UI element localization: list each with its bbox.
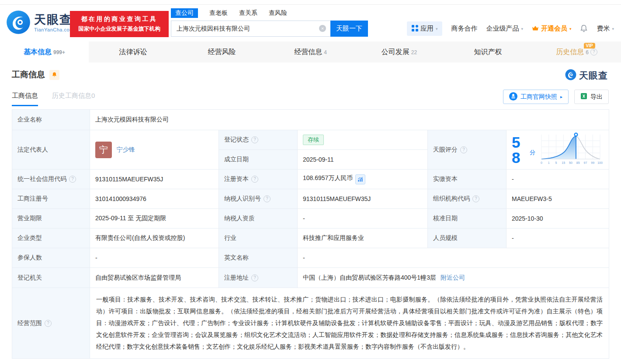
crown-icon bbox=[532, 25, 539, 32]
staff-value: - bbox=[507, 229, 609, 248]
export-button[interactable]: 导出 bbox=[574, 90, 609, 104]
capital-trend-icon[interactable] bbox=[355, 174, 365, 184]
address-label-cell: 注册地址 ? bbox=[219, 268, 298, 288]
reg-no-value: 310141000934976 bbox=[90, 189, 219, 209]
staff-label: 人员规模 bbox=[428, 229, 507, 248]
status-badge: 存续 bbox=[303, 135, 324, 145]
table-row: 工商注册号 310141000934976 纳税人识别号 ? 91310115M… bbox=[12, 189, 609, 209]
subscribe-bell-icon[interactable] bbox=[49, 70, 59, 80]
svg-text:0: 0 bbox=[541, 161, 542, 164]
notification-bell-icon[interactable] bbox=[580, 24, 588, 33]
search-type-tabs: 查公司 查老板 查关系 查风险 bbox=[171, 8, 368, 18]
term-value: 2025-09-11 至 无固定期限 bbox=[90, 209, 219, 229]
legal-rep-cell: 宁 宁少锋 bbox=[90, 130, 219, 170]
table-row: 企业类型 有限责任公司(自然人投资或控股) 行业 科技推广和应用服务业 人员规模… bbox=[12, 229, 609, 248]
tab-intellectual-property[interactable]: 知识产权 bbox=[444, 42, 532, 62]
score-distribution-chart: 0 1 5 15 50 85 97 99 100 bbox=[538, 131, 604, 168]
help-icon[interactable]: ? bbox=[45, 320, 52, 327]
help-icon[interactable]: ? bbox=[69, 176, 76, 183]
tianyancha-watermark: 天眼查 bbox=[565, 69, 608, 82]
nav-enterprise-products[interactable]: 企业级产品 ▾ bbox=[486, 24, 523, 33]
nav-apps[interactable]: 应用 ▾ bbox=[407, 21, 443, 36]
section-title: 工商信息 bbox=[12, 69, 45, 80]
scope-label-cell: 经营范围 ? bbox=[12, 288, 90, 359]
app-grid-icon bbox=[412, 25, 418, 33]
table-row: 登记机关 自由贸易试验区市场监督管理局 注册地址 ? 中国（上海）自由贸易试验区… bbox=[12, 268, 609, 288]
org-code-value: MAEUEFW3-5 bbox=[507, 189, 609, 209]
company-tab-bar: 基本信息 999+ 法律诉讼 经营风险 经营信息 4 公司发展 22 知识产权 … bbox=[0, 42, 621, 62]
tab-basic-info[interactable]: 基本信息 999+ bbox=[0, 42, 89, 62]
authority-label: 登记机关 bbox=[12, 268, 90, 288]
table-row: 统一社会信用代码 ? 91310115MAEUEFW35J 注册资本 ? 108… bbox=[12, 170, 609, 189]
search-tab-relation[interactable]: 查关系 bbox=[239, 9, 257, 17]
chevron-down-icon: ▾ bbox=[436, 27, 438, 31]
search-tab-company[interactable]: 查公司 bbox=[171, 8, 198, 18]
industry-value: 科技推广和应用服务业 bbox=[298, 229, 428, 248]
subtab-business-info[interactable]: 工商信息 bbox=[12, 92, 38, 106]
address-cell: 中国（上海）自由贸易试验区芳春路400号1幢3层附近公司 bbox=[298, 268, 609, 288]
insured-value: - bbox=[90, 248, 219, 268]
nav-user[interactable]: 费米 ▾ bbox=[597, 24, 614, 33]
tab-history-info[interactable]: VIP 历史信息 6 ? bbox=[532, 42, 621, 62]
tianyancha-company-page: 天眼查 TianYanCha.com 都在用的商业查询工具 国家中小企业发展子基… bbox=[0, 0, 621, 364]
help-icon[interactable]: ? bbox=[264, 195, 271, 202]
tianyancha-swirl-icon bbox=[565, 69, 576, 82]
help-icon[interactable]: ? bbox=[251, 136, 258, 143]
help-icon[interactable]: ? bbox=[251, 176, 258, 183]
type-label: 企业类型 bbox=[12, 229, 90, 248]
search-tab-boss[interactable]: 查老板 bbox=[209, 9, 228, 17]
section-header: 工商信息 bbox=[12, 69, 59, 80]
search-input[interactable] bbox=[171, 21, 330, 37]
tab-operation-info[interactable]: 经营信息 4 bbox=[266, 42, 355, 62]
business-scope-text: 一般项目：技术服务、技术开发、技术咨询、技术交流、技术转让、技术推广；货物进出口… bbox=[90, 288, 609, 359]
svg-text:85: 85 bbox=[576, 161, 580, 164]
search-box: × 天眼一下 bbox=[171, 21, 368, 37]
established-label: 成立日期 bbox=[219, 150, 298, 170]
help-icon[interactable]: ? bbox=[460, 146, 467, 153]
taxpayer-no-label-cell: 纳税人识别号 ? bbox=[219, 189, 298, 209]
business-info-subtabs: 工商信息 历史工商信息0 bbox=[12, 92, 95, 106]
clear-icon[interactable]: × bbox=[319, 25, 326, 32]
slogan-line1: 都在用的商业查询工具 bbox=[81, 15, 158, 23]
nearby-companies-link[interactable]: 附近公司 bbox=[441, 274, 465, 281]
search-tab-risk[interactable]: 查风险 bbox=[269, 9, 287, 17]
address-value: 中国（上海）自由贸易试验区芳春路400号1幢3层 bbox=[303, 274, 436, 281]
score-unit: 分 bbox=[530, 149, 535, 156]
svg-text:1: 1 bbox=[548, 161, 550, 164]
legal-rep-avatar[interactable]: 宁 bbox=[95, 142, 112, 158]
help-icon[interactable]: ? bbox=[590, 49, 597, 55]
authority-value: 自由贸易试验区市场监督管理局 bbox=[90, 268, 219, 288]
en-name-label: 英文名称 bbox=[219, 248, 298, 268]
tab-legal-litigation[interactable]: 法律诉讼 bbox=[89, 42, 177, 62]
tab-company-development[interactable]: 公司发展 22 bbox=[355, 42, 444, 62]
site-header: 天眼查 TianYanCha.com 都在用的商业查询工具 国家中小企业发展子基… bbox=[0, 5, 621, 42]
tab-operation-risk[interactable]: 经营风险 bbox=[177, 42, 266, 62]
score-cell[interactable]: 58 分 bbox=[507, 130, 609, 170]
subtab-history-business-info[interactable]: 历史工商信息0 bbox=[52, 92, 95, 106]
insured-label: 参保人数 bbox=[12, 248, 90, 268]
arrow-right-icon: ▸ bbox=[560, 94, 562, 99]
company-name-label: 企业名称 bbox=[12, 110, 90, 130]
status-label-cell: 登记状态 ? bbox=[219, 130, 298, 150]
tianyancha-swirl-icon bbox=[6, 10, 31, 36]
nav-business-coop[interactable]: 商务合作 bbox=[451, 24, 477, 33]
site-logo[interactable]: 天眼查 TianYanCha.com bbox=[6, 10, 74, 36]
company-name-value: 上海次元模因科技有限公司 bbox=[90, 110, 609, 130]
official-snapshot-button[interactable]: 工商官网快照 ▸ bbox=[503, 90, 569, 104]
nav-open-vip[interactable]: 开通会员 ▾ bbox=[532, 24, 572, 33]
help-icon[interactable]: ? bbox=[472, 195, 479, 202]
svg-text:99: 99 bbox=[591, 161, 594, 164]
legal-rep-link[interactable]: 宁少锋 bbox=[117, 146, 135, 154]
term-label: 营业期限 bbox=[12, 209, 90, 229]
help-icon[interactable]: ? bbox=[251, 274, 258, 281]
slogan-line2: 国家中小企业发展子基金旗下机构 bbox=[78, 25, 160, 33]
approved-value: 2025-10-30 bbox=[507, 209, 609, 229]
table-row: 营业期限 2025-09-11 至 无固定期限 纳税人资质 - 核准日期 202… bbox=[12, 209, 609, 229]
logo-domain: TianYanCha.com bbox=[34, 27, 74, 32]
search-button[interactable]: 天眼一下 bbox=[330, 21, 368, 37]
status-value-cell: 存续 bbox=[298, 130, 428, 150]
paid-capital-label: 实缴资本 bbox=[428, 170, 507, 189]
excel-icon bbox=[580, 93, 587, 101]
reg-capital-label-cell: 注册资本 ? bbox=[219, 170, 298, 189]
taxpayer-no-value: 91310115MAEUEFW35J bbox=[298, 189, 428, 209]
